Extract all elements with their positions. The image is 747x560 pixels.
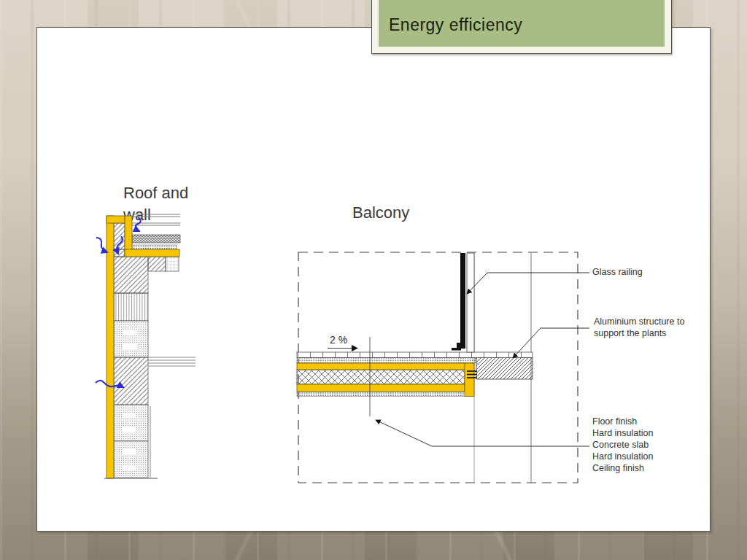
layer-label-hard-insulation-top: Hard insulation (592, 428, 653, 440)
balcony-section-label: Balcony (352, 202, 409, 224)
slide-title-box: Energy efficiency (371, 0, 672, 54)
roof-screed-layer (132, 245, 177, 249)
glass-railing-label: Glass railing (592, 267, 643, 279)
layer-label-hard-insulation-bottom: Hard insulation (592, 451, 653, 463)
presentation-stage: Roof and wall Balcony Energy efficiency (0, 0, 747, 560)
layer-label-ceiling-finish: Ceiling finish (592, 463, 653, 475)
slab-layer-labels: Floor finish Hard insulation Concrete sl… (592, 416, 653, 475)
slide-title-green-panel: Energy efficiency (379, 0, 665, 47)
balcony-detail-drawing: 2 % (292, 248, 595, 489)
aluminium-structure-label: Aluminium structure to support the plant… (594, 316, 687, 340)
slide-title: Energy efficiency (389, 9, 522, 35)
glass-railing (452, 253, 474, 352)
layer-label-floor-finish: Floor finish (592, 416, 653, 428)
roof-gravel-layer (132, 235, 180, 243)
roof-wall-detail-drawing (80, 210, 201, 487)
slope-label: 2 % (330, 334, 347, 346)
layer-label-concrete-slab: Concrete slab (592, 440, 653, 451)
aluminium-structure-beam (476, 357, 533, 379)
